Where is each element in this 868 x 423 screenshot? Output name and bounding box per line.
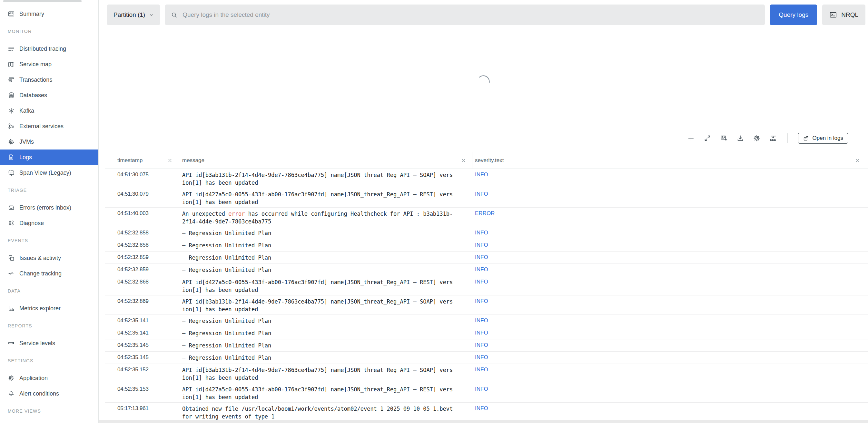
log-row[interactable]: 04:52:32.869API id[b3ab131b-2f14-4d4e-9d… [105, 295, 868, 315]
remove-column-icon[interactable] [461, 158, 466, 163]
sidebar-item-label: Diagnose [19, 220, 44, 227]
severity-link[interactable]: INFO [475, 354, 488, 360]
log-row[interactable]: 05:17:13.961Obtained new file /usr/local… [105, 403, 868, 422]
severity-link[interactable]: INFO [475, 266, 488, 273]
logs-search-input[interactable] [182, 11, 759, 19]
sidebar-item-label: Errors (errors inbox) [19, 204, 71, 211]
sidebar-item-diagnose[interactable]: Diagnose [0, 215, 98, 231]
timestamp-cell: 04:51:40.003 [105, 208, 178, 227]
sidebar-item-jvms[interactable]: JVMs [0, 134, 98, 149]
timestamp-cell: 04:52:32.869 [105, 295, 178, 314]
log-row[interactable]: 04:52:32.859– Regression Unlimited PlanI… [105, 264, 868, 276]
bottom-scroll-strip[interactable] [99, 420, 868, 423]
log-row[interactable]: 04:52:35.145– Regression Unlimited PlanI… [105, 339, 868, 351]
severity-link[interactable]: ERROR [475, 210, 495, 216]
log-row[interactable]: 04:52:35.153API id[d427a5c0-0055-433f-ab… [105, 383, 868, 403]
log-row[interactable]: 04:52:35.145– Regression Unlimited PlanI… [105, 351, 868, 364]
partition-dropdown[interactable]: Partition (1) [107, 4, 160, 25]
alert-conditions-icon [8, 390, 15, 397]
log-row[interactable]: 04:52:35.141– Regression Unlimited PlanI… [105, 315, 868, 327]
remove-column-icon[interactable] [168, 158, 172, 163]
sidebar-item-service-levels[interactable]: Service levels [0, 336, 98, 351]
sidebar-item-summary[interactable]: Summary [0, 6, 98, 22]
column-header-label: message [182, 157, 205, 164]
sidebar-item-databases[interactable]: Databases [0, 87, 98, 103]
change-tracking-icon [8, 270, 15, 277]
severity-cell: INFO [472, 227, 868, 239]
severity-link[interactable]: INFO [475, 298, 488, 304]
sidebar-item-metrics-explorer[interactable]: Metrics explorer [0, 301, 98, 316]
sidebar-item-distributed-tracing[interactable]: Distributed tracing [0, 41, 98, 57]
sidebar-item-label: Distributed tracing [19, 46, 66, 52]
open-in-logs-button[interactable]: Open in logs [798, 133, 848, 144]
remove-column-icon[interactable] [856, 158, 860, 163]
query-logs-button[interactable]: Query logs [770, 4, 817, 25]
add-to-dashboard-icon[interactable] [720, 134, 728, 142]
sidebar: SummaryMONITORDistributed tracingService… [0, 0, 99, 423]
sidebar-item-label: Application [19, 375, 48, 382]
log-row[interactable]: 04:51:30.079API id[d427a5c0-0055-433f-ab… [105, 188, 868, 208]
severity-link[interactable]: INFO [475, 171, 488, 177]
expand-icon[interactable] [704, 134, 711, 142]
external-link-icon [803, 135, 809, 141]
sidebar-item-label: External services [19, 123, 64, 130]
log-row[interactable]: 04:52:32.868API id[d427a5c0-0055-433f-ab… [105, 276, 868, 295]
sidebar-item-change-tracking[interactable]: Change tracking [0, 266, 98, 281]
distributed-tracing-icon [8, 45, 15, 52]
severity-link[interactable]: INFO [475, 242, 488, 248]
settings-gear-icon[interactable] [753, 134, 761, 142]
sidebar-item-kafka[interactable]: Kafka [0, 103, 98, 118]
log-row[interactable]: 04:52:35.152API id[b3ab131b-2f14-4d4e-9d… [105, 364, 868, 383]
severity-link[interactable]: INFO [475, 254, 488, 260]
sidebar-item-label: Service levels [19, 340, 55, 347]
severity-cell: INFO [472, 188, 868, 207]
nrql-button-label: NRQL [841, 11, 858, 19]
severity-link[interactable]: INFO [475, 342, 488, 348]
sidebar-scroll-thumb[interactable] [3, 0, 82, 2]
log-row[interactable]: 04:52:32.858– Regression Unlimited PlanI… [105, 239, 868, 252]
timestamp-cell: 05:17:13.961 [105, 403, 178, 422]
severity-link[interactable]: INFO [475, 317, 488, 323]
sidebar-item-span-view-legacy-[interactable]: Span View (Legacy) [0, 165, 98, 180]
sidebar-item-label: Logs [19, 154, 32, 161]
sidebar-item-transactions[interactable]: Transactions [0, 72, 98, 87]
severity-link[interactable]: INFO [475, 279, 488, 285]
log-row[interactable]: 04:51:40.003An unexpected error has occu… [105, 208, 868, 227]
nrql-button[interactable]: NRQL [822, 4, 865, 25]
message-cell: API id[b3ab131b-2f14-4d4e-9de7-7863ce4ba… [178, 169, 472, 188]
severity-link[interactable]: INFO [475, 366, 488, 373]
main-content: Partition (1) Query logs NRQL Open in lo… [99, 0, 868, 423]
group-columns-icon[interactable] [769, 134, 777, 142]
sidebar-section-header: TRIAGE [8, 187, 91, 193]
severity-link[interactable]: INFO [475, 230, 488, 236]
log-row[interactable]: 04:52:32.859– Regression Unlimited PlanI… [105, 252, 868, 264]
sidebar-item-logs[interactable]: Logs [0, 149, 98, 165]
message-cell: – Regression Unlimited Plan [178, 315, 472, 327]
log-row[interactable]: 04:52:32.858– Regression Unlimited PlanI… [105, 227, 868, 239]
timestamp-cell: 04:51:30.079 [105, 188, 178, 207]
severity-link[interactable]: INFO [475, 330, 488, 336]
timestamp-cell: 04:52:35.141 [105, 327, 178, 339]
search-icon [171, 11, 178, 19]
sidebar-item-errors-errors-inbox-[interactable]: Errors (errors inbox) [0, 200, 98, 215]
download-icon[interactable] [737, 134, 744, 142]
log-row[interactable]: 04:51:30.075API id[b3ab131b-2f14-4d4e-9d… [105, 169, 868, 188]
sidebar-item-external-services[interactable]: External services [0, 118, 98, 134]
sidebar-item-alert-conditions[interactable]: Alert conditions [0, 386, 98, 401]
sidebar-item-label: Metrics explorer [19, 305, 61, 312]
sidebar-item-service-map[interactable]: Service map [0, 57, 98, 72]
message-cell: – Regression Unlimited Plan [178, 351, 472, 364]
sidebar-item-issues-activity[interactable]: Issues & activity [0, 250, 98, 266]
severity-link[interactable]: INFO [475, 386, 488, 392]
message-cell: – Regression Unlimited Plan [178, 227, 472, 239]
log-row[interactable]: 04:52:35.141– Regression Unlimited PlanI… [105, 327, 868, 339]
logs-table-header: timestampmessageseverity.text [105, 152, 868, 169]
sidebar-item-application[interactable]: Application [0, 370, 98, 386]
logs-icon [8, 154, 15, 161]
severity-link[interactable]: INFO [475, 191, 488, 197]
severity-cell: INFO [472, 169, 868, 188]
severity-link[interactable]: INFO [475, 405, 488, 412]
timestamp-cell: 04:52:35.141 [105, 315, 178, 327]
column-header-message: message [178, 152, 472, 169]
add-chart-icon[interactable] [687, 134, 695, 142]
